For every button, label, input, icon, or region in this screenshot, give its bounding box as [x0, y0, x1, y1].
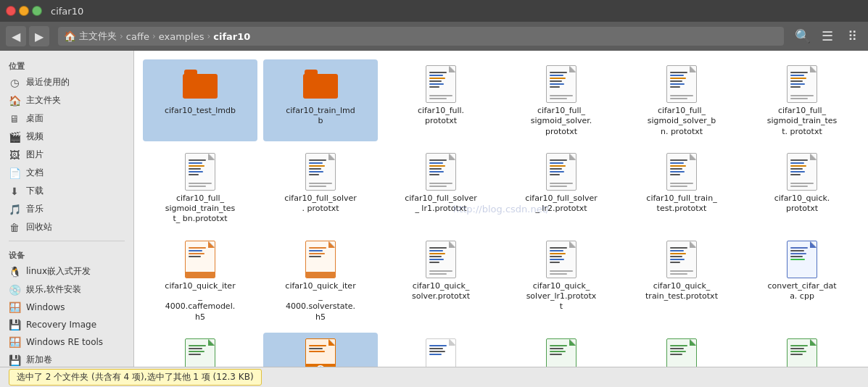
toolbar: ◀ ▶ 🏠 主文件夹 › caffe › examples › cifar10 …: [0, 22, 868, 51]
desktop-icon: 🖥: [9, 113, 20, 125]
file-icon-cifar10_full_solver: [303, 151, 338, 192]
search-button[interactable]: 🔍: [793, 26, 813, 46]
sidebar-item-downloads[interactable]: ⬇ 下载: [0, 182, 133, 200]
file-item-cifar10_quick_solver_lr1[interactable]: cifar10_quick_ solver_lr1.prototxt: [504, 235, 619, 327]
sidebar-places-title: 位置: [0, 57, 133, 73]
breadcrumb-caffe[interactable]: caffe: [126, 31, 149, 42]
file-item-cifar10_full_sigmoid_solver_bn[interactable]: cifar10_full_ sigmoid_solver_bn. prototx…: [624, 59, 739, 141]
file-label-cifar10_quick_solver: cifar10_quick_ solver.prototxt: [405, 281, 477, 302]
windows-icon: 🪟: [9, 301, 20, 313]
breadcrumb-sep-1: ›: [120, 31, 123, 41]
file-item-cifar10_full_solver[interactable]: cifar10_full_solver. prototxt: [263, 147, 378, 229]
file-label-cifar10_full_sigmoid_train_test: cifar10_full_ sigmoid_train_test. protot…: [766, 106, 838, 137]
file-item-create_cifar10[interactable]: create_cifar10.sh: [143, 333, 257, 367]
file-label-convert_cifar_data: convert_cifar_data. cpp: [766, 281, 838, 302]
sidebar-item-windows[interactable]: 🪟 Windows: [0, 299, 133, 316]
file-item-cifar10_quick[interactable]: cifar10_quick. prototxt: [745, 147, 859, 229]
file-item-cifar10_full_sigmoid_train_test_bn[interactable]: cifar10_full_ sigmoid_train_test_ bn.pro…: [143, 147, 257, 229]
file-item-convert_cifar_data[interactable]: convert_cifar_data. cpp: [745, 235, 859, 327]
file-item-cifar10_full_sigmoid_train_test[interactable]: cifar10_full_ sigmoid_train_test. protot…: [745, 59, 859, 141]
grid-button[interactable]: ⠿: [842, 26, 862, 46]
file-label-cifar10_full_solver_lr1: cifar10_full_solver_ lr1.prototxt: [405, 194, 477, 215]
sidebar-item-desktop[interactable]: 🖥 桌面: [0, 109, 133, 128]
sidebar-pictures-label: 图片: [26, 149, 44, 161]
minimize-button[interactable]: [19, 6, 29, 16]
breadcrumb-cifar10[interactable]: cifar10: [213, 31, 250, 42]
sidebar-item-recent[interactable]: ◷ 最近使用的: [0, 73, 133, 91]
sidebar-item-music[interactable]: 🎵 音乐: [0, 200, 133, 218]
file-item-cifar10_full_prototxt[interactable]: cifar10_full. prototxt: [384, 59, 498, 141]
forward-button[interactable]: ▶: [29, 26, 49, 46]
file-item-cifar10_full_sigmoid_solver[interactable]: cifar10_full_ sigmoid_solver. prototxt: [504, 59, 619, 141]
sidebar-docs-label: 文档: [26, 167, 44, 179]
sidebar-downloads-label: 下载: [26, 185, 44, 197]
file-icon-cifar10_quick_iter_4000_caffemodel: [183, 239, 218, 280]
video-icon: 🎬: [9, 131, 20, 143]
sidebar-recovery-label: Recovery Image: [26, 320, 96, 330]
file-item-cifar10_quick_iter_4000_caffemodel[interactable]: cifar10_quick_iter_ 4000.caffemodel.h5: [143, 235, 257, 327]
file-icon-train_full_sigmoid_bn: [785, 337, 819, 367]
sidebar-new-vol-label: 新加卷: [26, 354, 52, 366]
entertainment-icon: 💿: [9, 284, 20, 296]
breadcrumb-home-label: 主文件夹: [79, 30, 117, 43]
sidebar-item-recovery[interactable]: 💾 Recovery Image: [0, 316, 133, 333]
file-item-cifar10_quick_solver[interactable]: cifar10_quick_ solver.prototxt: [384, 235, 498, 327]
sidebar-music-label: 音乐: [26, 203, 44, 215]
linux-icon: 🐧: [9, 266, 20, 278]
recent-icon: ◷: [9, 77, 20, 88]
file-icon-cifar10_full_sigmoid_solver_bn: [664, 64, 699, 104]
file-label-cifar10_full_prototxt: cifar10_full. prototxt: [405, 106, 477, 127]
file-icon-cifar10_full_train_test: [664, 151, 699, 192]
file-item-mean_binaryproto[interactable]: 🔒 mean.binaryproto: [263, 333, 378, 367]
sidebar-item-windows-re[interactable]: 🪟 Windows RE tools: [0, 333, 133, 351]
sidebar-linux-label: linux嵌入式开发: [26, 265, 91, 278]
file-label-cifar10_test_lmdb: cifar10_test_lmdb: [165, 106, 236, 116]
sidebar-video-label: 视频: [26, 130, 44, 143]
close-button[interactable]: [6, 6, 16, 16]
file-item-cifar10_full_train_test[interactable]: cifar10_full_train_ test.prototxt: [624, 147, 739, 229]
trash-icon: 🗑: [9, 222, 20, 233]
file-item-cifar10_full_solver_lr2[interactable]: cifar10_full_solver_ lr2.prototxt: [504, 147, 619, 229]
sidebar-item-pictures[interactable]: 🖼 图片: [0, 146, 133, 164]
breadcrumb-home[interactable]: 🏠 主文件夹: [64, 30, 117, 43]
menu-button[interactable]: ☰: [817, 26, 838, 46]
file-item-train_full_sigmoid_bn[interactable]: train_full_sigmoid_ bn.sh: [745, 333, 859, 367]
file-icon-cifar10_full_sigmoid_solver: [544, 64, 579, 104]
file-item-cifar10_full_solver_lr1[interactable]: cifar10_full_solver_ lr1.prototxt: [384, 147, 498, 229]
file-icon-train_full: [544, 337, 579, 367]
sidebar-item-docs[interactable]: 📄 文档: [0, 164, 133, 182]
sidebar-item-video[interactable]: 🎬 视频: [0, 128, 133, 146]
sidebar-entertainment-label: 娱乐,软件安装: [26, 283, 81, 296]
sidebar-item-linux-embedded[interactable]: 🐧 linux嵌入式开发: [0, 262, 133, 280]
sidebar-home-label: 主文件夹: [26, 94, 61, 107]
file-icon-cifar10_full_sigmoid_train_test: [785, 64, 819, 104]
file-item-train_full[interactable]: train_full.sh: [504, 333, 619, 367]
file-item-cifar10_quick_iter_4000_solverstate[interactable]: cifar10_quick_iter_ 4000.solverstate.h5: [263, 235, 378, 327]
pictures-icon: 🖼: [9, 149, 20, 161]
sidebar-item-trash[interactable]: 🗑 回收站: [0, 218, 133, 236]
file-item-cifar10_train_lmdb[interactable]: cifar10_train_lmdb: [263, 59, 378, 141]
file-icon-readme: [423, 337, 458, 367]
file-item-readme[interactable]: readme.md: [384, 333, 498, 367]
file-label-cifar10_quick_solver_lr1: cifar10_quick_ solver_lr1.prototxt: [525, 281, 598, 312]
back-button[interactable]: ◀: [6, 26, 26, 46]
breadcrumb-examples[interactable]: examples: [159, 31, 204, 42]
file-item-cifar10_test_lmdb[interactable]: cifar10_test_lmdb: [143, 59, 257, 141]
sidebar-item-entertainment[interactable]: 💿 娱乐,软件安装: [0, 280, 133, 299]
downloads-icon: ⬇: [9, 186, 20, 197]
new-vol-icon: 💾: [9, 354, 20, 366]
file-item-train_full_sigmoid[interactable]: train_full_sigmoid. sh: [624, 333, 739, 367]
file-area: http://blog.csdn.net/ cifar10_test_lmdb …: [134, 51, 868, 367]
toolbar-right: 🔍 ☰ ⠿: [793, 26, 862, 46]
sidebar-windows-label: Windows: [26, 302, 65, 312]
file-icon-cifar10_quick_solver: [423, 239, 458, 280]
docs-icon: 📄: [9, 167, 20, 179]
breadcrumb: 🏠 主文件夹 › caffe › examples › cifar10: [58, 27, 784, 46]
sidebar-item-home[interactable]: 🏠 主文件夹: [0, 91, 133, 109]
music-icon: 🎵: [9, 204, 20, 215]
maximize-button[interactable]: [32, 6, 42, 16]
file-grid: cifar10_test_lmdb cifar10_train_lmdb cif…: [143, 59, 859, 367]
file-item-cifar10_quick_train_test[interactable]: cifar10_quick_ train_test.prototxt: [624, 235, 739, 327]
file-icon-cifar10_train_lmdb: [303, 64, 338, 104]
sidebar-item-new-vol[interactable]: 💾 新加卷: [0, 351, 133, 367]
